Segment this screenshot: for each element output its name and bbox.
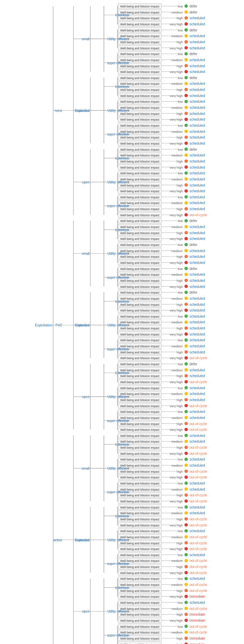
svg-text:defer: defer xyxy=(190,4,197,8)
svg-text:scheduled: scheduled xyxy=(190,183,205,187)
svg-text:out-of-cycle: out-of-cycle xyxy=(190,523,207,527)
svg-text:scheduled: scheduled xyxy=(190,368,205,372)
svg-text:scheduled: scheduled xyxy=(190,320,205,324)
svg-point-239 xyxy=(184,207,188,210)
svg-text:efficient: efficient xyxy=(117,538,129,542)
svg-text:Well-being and Mission Impact: Well-being and Mission Impact xyxy=(120,380,159,384)
svg-text:Well-being and Mission Impact: Well-being and Mission Impact xyxy=(120,279,159,282)
svg-point-456 xyxy=(184,392,188,395)
svg-point-463 xyxy=(184,398,188,401)
svg-point-435 xyxy=(184,374,188,377)
svg-point-379 xyxy=(184,326,188,330)
svg-text:scheduled: scheduled xyxy=(190,88,205,92)
svg-text:defer: defer xyxy=(190,76,197,80)
svg-point-617 xyxy=(184,529,188,532)
svg-point-540 xyxy=(184,464,188,467)
svg-text:Well-being and Mission Impact: Well-being and Mission Impact xyxy=(120,118,159,121)
svg-text:out-of-cycle: out-of-cycle xyxy=(190,547,207,551)
svg-text:out-of-cycle: out-of-cycle xyxy=(190,625,207,628)
svg-text:Well-being and Mission Impact: Well-being and Mission Impact xyxy=(120,5,159,8)
svg-point-204 xyxy=(184,177,188,181)
svg-point-659 xyxy=(184,565,188,568)
svg-text:Well-being and Mission Impact: Well-being and Mission Impact xyxy=(120,452,159,455)
svg-point-645 xyxy=(184,553,188,556)
svg-text:out-of-cycle: out-of-cycle xyxy=(190,583,207,587)
svg-text:scheduled: scheduled xyxy=(190,225,205,229)
svg-text:out-of-cycle: out-of-cycle xyxy=(190,428,207,431)
svg-text:Well-being and Mission Impact: Well-being and Mission Impact xyxy=(120,356,159,360)
svg-text:immediate: immediate xyxy=(190,613,205,616)
svg-text:Well-being and Mission Impact: Well-being and Mission Impact xyxy=(120,315,159,318)
svg-point-197 xyxy=(184,171,188,175)
svg-text:scheduled: scheduled xyxy=(190,273,205,276)
svg-point-428 xyxy=(184,368,188,372)
svg-text:Well-being and Mission Impact: Well-being and Mission Impact xyxy=(120,112,159,116)
svg-text:Well-being and Mission Impact: Well-being and Mission Impact xyxy=(120,23,159,26)
svg-text:scheduled: scheduled xyxy=(190,189,205,193)
svg-text:Well-being and Mission Impact: Well-being and Mission Impact xyxy=(120,285,159,289)
svg-text:efficient: efficient xyxy=(117,109,129,113)
svg-point-78 xyxy=(184,70,188,73)
svg-text:scheduled: scheduled xyxy=(190,416,205,420)
svg-text:Well-being and Mission Impact: Well-being and Mission Impact xyxy=(120,500,159,503)
svg-text:Well-being and Mission Impact: Well-being and Mission Impact xyxy=(120,207,159,211)
svg-text:out-of-cycle: out-of-cycle xyxy=(190,404,207,408)
svg-text:Well-being and Mission Impact: Well-being and Mission Impact xyxy=(120,309,159,312)
svg-text:scheduled: scheduled xyxy=(190,118,205,121)
svg-text:Well-being and Mission Impact: Well-being and Mission Impact xyxy=(120,255,159,258)
svg-text:out-of-cycle: out-of-cycle xyxy=(190,630,207,634)
svg-point-134 xyxy=(184,118,188,121)
svg-point-92 xyxy=(184,82,188,85)
svg-point-526 xyxy=(184,452,188,455)
svg-text:scheduled: scheduled xyxy=(190,34,205,38)
svg-point-575 xyxy=(184,493,188,497)
svg-text:Well-being and Mission Impact: Well-being and Mission Impact xyxy=(120,398,159,402)
svg-point-183 xyxy=(184,159,188,163)
svg-point-267 xyxy=(184,231,188,234)
svg-text:Well-being and Mission Impact: Well-being and Mission Impact xyxy=(120,553,159,557)
svg-point-323 xyxy=(184,279,188,282)
svg-text:Well-being and Mission Impact: Well-being and Mission Impact xyxy=(120,374,159,378)
svg-point-652 xyxy=(184,559,188,562)
svg-point-708 xyxy=(184,607,188,610)
svg-point-8 xyxy=(184,10,188,14)
svg-text:Well-being and Mission Impact: Well-being and Mission Impact xyxy=(120,506,159,509)
svg-text:Well-being and Mission Impact: Well-being and Mission Impact xyxy=(120,589,159,593)
svg-text:scheduled: scheduled xyxy=(190,171,205,175)
svg-text:Well-being and Mission Impact: Well-being and Mission Impact xyxy=(120,571,159,575)
svg-point-519 xyxy=(184,446,188,449)
svg-text:Well-being and Mission Impact: Well-being and Mission Impact xyxy=(120,565,159,569)
svg-point-295 xyxy=(184,255,188,258)
svg-text:scheduled: scheduled xyxy=(190,481,205,485)
svg-point-302 xyxy=(184,261,188,264)
svg-text:scheduled: scheduled xyxy=(190,100,205,103)
svg-point-351 xyxy=(184,303,188,306)
svg-point-365 xyxy=(184,315,188,318)
svg-text:Well-being and Mission Impact: Well-being and Mission Impact xyxy=(120,88,159,92)
svg-text:Well-being and Mission Impact: Well-being and Mission Impact xyxy=(120,100,159,103)
svg-point-449 xyxy=(184,386,188,390)
svg-text:Well-being and Mission Impact: Well-being and Mission Impact xyxy=(120,47,159,50)
svg-text:scheduled: scheduled xyxy=(190,410,205,414)
svg-text:Well-being and Mission Impact: Well-being and Mission Impact xyxy=(120,214,159,217)
svg-text:scheduled: scheduled xyxy=(190,159,205,163)
svg-text:Well-being and Mission Impact: Well-being and Mission Impact xyxy=(120,625,159,628)
svg-text:scheduled: scheduled xyxy=(190,94,205,98)
svg-text:Well-being and Mission Impact: Well-being and Mission Impact xyxy=(120,94,159,98)
svg-text:Well-being and Mission Impact: Well-being and Mission Impact xyxy=(120,184,159,187)
svg-point-169 xyxy=(184,148,188,151)
svg-text:scheduled: scheduled xyxy=(190,344,205,348)
svg-point-372 xyxy=(184,320,188,324)
svg-text:Well-being and Mission Impact: Well-being and Mission Impact xyxy=(120,291,159,294)
svg-text:scheduled: scheduled xyxy=(190,488,205,491)
svg-text:Well-being and Mission Impact: Well-being and Mission Impact xyxy=(120,339,159,342)
svg-text:Well-being and Mission Impact: Well-being and Mission Impact xyxy=(120,542,159,545)
svg-point-99 xyxy=(184,88,188,91)
svg-point-512 xyxy=(184,440,188,443)
svg-text:Well-being and Mission Impact: Well-being and Mission Impact xyxy=(120,172,159,175)
svg-text:Well-being and Mission Impact: Well-being and Mission Impact xyxy=(120,124,159,127)
svg-point-211 xyxy=(184,183,188,187)
svg-text:scheduled: scheduled xyxy=(190,511,205,515)
svg-text:Well-being and Mission Impact: Well-being and Mission Impact xyxy=(120,41,159,44)
svg-point-57 xyxy=(184,52,188,55)
